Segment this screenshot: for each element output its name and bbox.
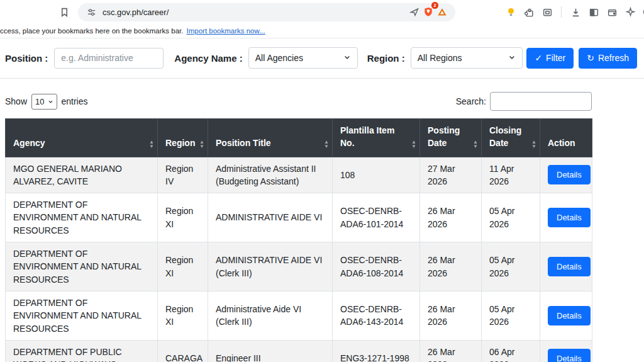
toolbar-right-icons xyxy=(503,4,644,20)
posting-date-cell: 27 Mar 2026 xyxy=(420,157,482,193)
browser-toolbar: csc.gov.ph/career/ 2 xyxy=(0,0,644,24)
details-button[interactable]: Details xyxy=(548,306,591,325)
page-size-select[interactable]: 10 xyxy=(31,94,57,110)
position-cell: Administrative Assistant II (Budgeting A… xyxy=(208,157,333,193)
jobs-table: Agency▲▼ Region▲▼ Position Title▲▼ Plant… xyxy=(5,118,592,362)
plantilla-cell: OSEC-DENRB-ADA6-108-2014 xyxy=(333,242,420,291)
closing-date-cell: 11 Apr 2026 xyxy=(482,157,540,193)
split-view-icon[interactable] xyxy=(586,4,601,20)
posting-date-cell: 26 Mar 2026 xyxy=(420,291,482,340)
agency-cell: DEPARTMENT OF ENVIRONMENT AND NATURAL RE… xyxy=(6,242,158,291)
wallet-icon[interactable] xyxy=(604,4,619,20)
sort-icon: ▲▼ xyxy=(531,140,536,149)
bookmarks-icon[interactable] xyxy=(57,4,72,20)
share-icon[interactable] xyxy=(408,4,421,20)
table-controls: Show 10 entries Search: xyxy=(5,92,592,111)
region-cell: Region XI xyxy=(158,291,208,340)
region-select[interactable]: All Regions xyxy=(411,47,523,69)
lightbulb-icon[interactable] xyxy=(503,4,518,20)
url-text[interactable]: csc.gov.ph/career/ xyxy=(103,8,408,17)
posting-date-cell: 26 Mar 2026 xyxy=(420,340,482,362)
table-row: MGO GENERAL MARIANO ALVAREZ, CAVITE Regi… xyxy=(6,157,592,193)
chevron-down-icon xyxy=(343,53,351,63)
header-position-title[interactable]: Position Title▲▼ xyxy=(208,119,333,157)
closing-date-cell: 05 Apr 2026 xyxy=(482,242,540,291)
agency-cell: MGO GENERAL MARIANO ALVAREZ, CAVITE xyxy=(6,157,158,193)
leo-ai-icon[interactable] xyxy=(623,4,638,20)
agency-label: Agency Name : xyxy=(174,53,242,64)
header-closing-date[interactable]: Closing Date▲▼ xyxy=(482,119,540,157)
site-settings-icon[interactable] xyxy=(84,4,98,20)
table-row: DEPARTMENT OF PUBLIC WORKS AND HIGHWAYS … xyxy=(6,340,592,362)
refresh-button[interactable]: ↻ Refresh xyxy=(579,48,637,69)
header-posting-date[interactable]: Posting Date▲▼ xyxy=(420,119,482,157)
agency-cell: DEPARTMENT OF ENVIRONMENT AND NATURAL RE… xyxy=(6,291,158,340)
brave-shield-icon[interactable]: 2 xyxy=(421,4,435,20)
table-row: DEPARTMENT OF ENVIRONMENT AND NATURAL RE… xyxy=(6,242,592,291)
check-icon: ✓ xyxy=(535,53,542,63)
section-divider xyxy=(0,78,644,79)
sort-icon: ▲▼ xyxy=(199,140,204,149)
agency-cell: DEPARTMENT OF PUBLIC WORKS AND HIGHWAYS xyxy=(6,340,158,362)
show-label: Show xyxy=(5,96,27,106)
sort-icon: ▲▼ xyxy=(411,140,416,149)
entries-label: entries xyxy=(62,96,88,106)
chevron-down-icon xyxy=(48,97,53,106)
position-cell: Engineer III xyxy=(208,340,333,362)
posting-date-cell: 26 Mar 2026 xyxy=(420,242,482,291)
bookmarks-bar: ccess, place your bookmarks here on the … xyxy=(0,24,644,38)
plantilla-cell: OSEC-DENRB-ADA6-143-2014 xyxy=(333,291,420,340)
filter-button[interactable]: ✓ Filter xyxy=(526,48,574,69)
sort-icon: ▲▼ xyxy=(324,140,329,149)
address-bar[interactable]: csc.gov.ph/career/ 2 xyxy=(78,3,455,21)
region-cell: Region IV xyxy=(158,157,208,193)
header-plantilla-item-no[interactable]: Plantilla Item No.▲▼ xyxy=(333,119,420,157)
region-select-value: All Regions xyxy=(418,53,462,63)
refresh-icon: ↻ xyxy=(587,53,594,63)
extensions-icon[interactable] xyxy=(521,4,536,20)
header-region[interactable]: Region▲▼ xyxy=(158,119,208,157)
agency-cell: DEPARTMENT OF ENVIRONMENT AND NATURAL RE… xyxy=(6,193,158,242)
chevron-down-icon xyxy=(508,53,516,63)
details-button[interactable]: Details xyxy=(548,208,591,227)
table-header-row: Agency▲▼ Region▲▼ Position Title▲▼ Plant… xyxy=(6,119,592,157)
details-button[interactable]: Details xyxy=(548,165,591,184)
shield-badge: 2 xyxy=(431,2,438,9)
action-cell: Details xyxy=(540,340,592,362)
details-button[interactable]: Details xyxy=(548,349,591,362)
import-bookmarks-link[interactable]: Import bookmarks now... xyxy=(186,27,265,35)
header-action: Action xyxy=(540,119,592,157)
page-size-value: 10 xyxy=(35,97,44,106)
position-input[interactable] xyxy=(54,48,164,69)
position-cell: Administrative Aide VI (Clerk III) xyxy=(208,291,333,340)
posting-date-cell: 26 Mar 2026 xyxy=(420,193,482,242)
plantilla-cell: ENG3-1271-1998 xyxy=(333,340,420,362)
agency-select-value: All Agencies xyxy=(255,53,303,63)
profile-icon[interactable] xyxy=(641,4,644,20)
job-listing-section: Show 10 entries Search: Agency▲▼ Region▲… xyxy=(5,92,592,362)
toolbar-divider xyxy=(561,6,562,18)
search-label: Search: xyxy=(456,96,486,106)
closing-date-cell: 05 Apr 2026 xyxy=(482,291,540,340)
screenshot-icon[interactable] xyxy=(540,4,555,20)
details-button[interactable]: Details xyxy=(548,257,591,276)
filter-button-label: Filter xyxy=(546,53,565,63)
sort-icon: ▲▼ xyxy=(149,140,154,149)
region-label: Region : xyxy=(367,53,405,64)
sort-icon: ▲▼ xyxy=(473,140,478,149)
search-input[interactable] xyxy=(490,92,592,111)
closing-date-cell: 05 Apr 2026 xyxy=(482,193,540,242)
refresh-button-label: Refresh xyxy=(598,53,629,63)
region-cell: Region XI xyxy=(158,193,208,242)
table-row: DEPARTMENT OF ENVIRONMENT AND NATURAL RE… xyxy=(6,291,592,340)
download-icon[interactable] xyxy=(568,4,583,20)
position-label: Position : xyxy=(5,53,48,64)
header-agency[interactable]: Agency▲▼ xyxy=(6,119,158,157)
table-row: DEPARTMENT OF ENVIRONMENT AND NATURAL RE… xyxy=(6,193,592,242)
position-cell: ADMINISTRATIVE AIDE VI xyxy=(208,193,333,242)
bookmarks-hint-text: ccess, place your bookmarks here on the … xyxy=(0,27,183,35)
agency-select[interactable]: All Agencies xyxy=(248,47,358,69)
action-cell: Details xyxy=(540,291,592,340)
filter-bar: Position : Agency Name : All Agencies Re… xyxy=(0,38,644,69)
action-cell: Details xyxy=(540,193,592,242)
